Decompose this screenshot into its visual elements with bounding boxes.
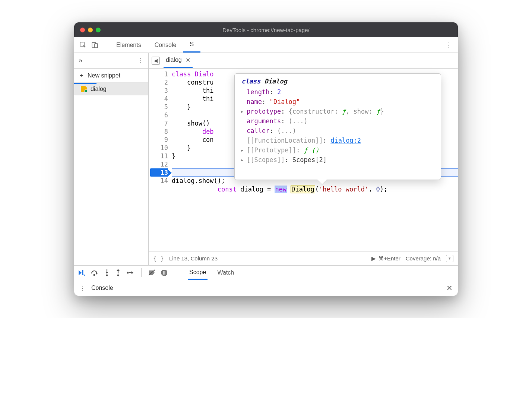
toolbar-overflow-menu-icon[interactable]: ⋮ (444, 40, 454, 50)
pause-exceptions-icon[interactable] (161, 269, 168, 276)
toolbar-divider (105, 41, 105, 50)
device-toggle-icon[interactable] (90, 40, 100, 50)
svg-rect-3 (82, 270, 83, 275)
new-snippet-label: New snippet (88, 72, 120, 79)
svg-point-8 (117, 275, 119, 276)
nav-previous-icon[interactable]: ◀ (152, 57, 160, 65)
inspect-element-icon[interactable] (78, 40, 88, 50)
svg-point-4 (94, 274, 95, 276)
debugger-divider (141, 268, 142, 277)
pretty-print-icon[interactable]: { } (153, 255, 164, 262)
body-split: » ⋮ ＋ New snippet dialog ◀ dialog ✕ (74, 53, 458, 265)
main-toolbar: Elements Console S ⋮ (74, 37, 458, 53)
editor-status-bar: { } Line 13, Column 23 ▶ ⌘+Enter Coverag… (149, 251, 458, 265)
cursor-position: Line 13, Column 23 (169, 255, 218, 262)
file-tab-label: dialog (166, 57, 182, 63)
value-popover: class Dialog length: 2 name: "Dialog" pr… (234, 73, 441, 180)
scope-tab-row: Scope Watch (188, 266, 235, 280)
main-tab-row: Elements Console S (110, 37, 200, 53)
traffic-lights (80, 28, 101, 32)
run-snippet-button[interactable]: ▶ ⌘+Enter (371, 255, 400, 262)
sidebar-menu-icon[interactable]: ⋮ (138, 57, 144, 64)
close-drawer-icon[interactable]: ✕ (446, 284, 453, 292)
coverage-status: Coverage: n/a (406, 255, 441, 262)
devtools-window: DevTools - chrome://new-tab-page/ Elemen… (74, 22, 458, 296)
popover-prop[interactable]: length: 2 (241, 87, 434, 97)
svg-point-6 (106, 275, 108, 276)
close-window-button[interactable] (80, 28, 85, 32)
run-shortcut: ⌘+Enter (378, 255, 400, 262)
play-icon: ▶ (371, 255, 376, 262)
window-titlebar: DevTools - chrome://new-tab-page/ (74, 22, 458, 37)
tab-sources-partial[interactable]: S (183, 37, 200, 53)
tab-console[interactable]: Console (148, 37, 183, 53)
function-location-link[interactable]: dialog:2 (330, 137, 361, 144)
svg-rect-12 (164, 271, 164, 275)
line-gutter: 1 2 3 4 5 6 7 8 9 10 11 12 13 14 (149, 69, 172, 251)
new-snippet-button[interactable]: ＋ New snippet (74, 69, 148, 83)
step-over-icon[interactable] (91, 269, 99, 276)
svg-rect-2 (95, 44, 98, 48)
popover-prop[interactable]: arguments: (...) (241, 116, 434, 126)
svg-rect-13 (165, 271, 165, 275)
window-title: DevTools - chrome://new-tab-page/ (222, 27, 309, 33)
deactivate-breakpoints-icon[interactable] (148, 269, 156, 276)
minimize-window-button[interactable] (88, 28, 93, 32)
snippet-name: dialog (91, 86, 107, 92)
tab-elements[interactable]: Elements (110, 37, 148, 53)
popover-prop[interactable]: caller: (...) (241, 126, 434, 136)
snippet-item-dialog[interactable]: dialog (74, 83, 148, 95)
sidebar: » ⋮ ＋ New snippet dialog (74, 53, 149, 265)
resume-icon[interactable] (78, 269, 85, 276)
step-into-icon[interactable] (104, 269, 110, 276)
step-icon[interactable] (126, 270, 134, 276)
console-drawer: ⋮ Console ✕ (74, 280, 458, 296)
popover-title: class Dialog (241, 77, 434, 85)
popover-prop-prototype[interactable]: prototype: {constructor: ƒ, show: ƒ} (241, 107, 434, 116)
execution-marker-icon (168, 170, 172, 176)
maximize-window-button[interactable] (96, 28, 101, 32)
step-out-icon[interactable] (115, 269, 121, 276)
tab-watch[interactable]: Watch (216, 266, 235, 280)
editor-tabs: ◀ dialog ✕ (149, 53, 458, 69)
popover-prop[interactable]: name: "Dialog" (241, 97, 434, 107)
plus-icon: ＋ (79, 72, 85, 79)
navigator-overflow-icon[interactable]: » (79, 57, 82, 64)
svg-point-9 (127, 272, 129, 274)
file-tab-dialog[interactable]: dialog ✕ (164, 53, 193, 68)
snippet-file-icon (81, 86, 87, 92)
popover-prop[interactable]: [[Prototype]]: ƒ () (241, 145, 434, 155)
console-menu-icon[interactable]: ⋮ (79, 285, 85, 292)
coverage-toggle-icon[interactable]: ▾ (446, 255, 453, 262)
popover-prop[interactable]: [[Scopes]]: Scopes[2] (241, 155, 434, 165)
debugger-toolbar: Scope Watch (74, 265, 458, 280)
popover-prop[interactable]: [[FunctionLocation]]: dialog:2 (241, 136, 434, 145)
console-label: Console (91, 285, 113, 291)
tab-scope[interactable]: Scope (188, 266, 208, 280)
close-tab-icon[interactable]: ✕ (186, 57, 190, 64)
sidebar-head: » ⋮ (74, 53, 148, 69)
